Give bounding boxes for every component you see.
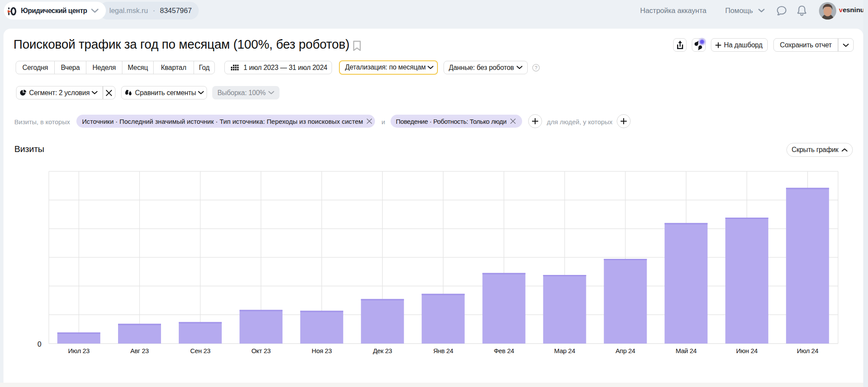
- svg-text:Сен 23: Сен 23: [190, 347, 210, 354]
- svg-text:Мар 24: Мар 24: [554, 347, 575, 354]
- svg-text:Дек 23: Дек 23: [373, 347, 392, 354]
- svg-text:Фев 24: Фев 24: [494, 347, 514, 354]
- svg-text:Июл 23: Июл 23: [68, 347, 90, 354]
- svg-text:Авг 23: Авг 23: [130, 347, 149, 354]
- svg-text:Апр 24: Апр 24: [615, 347, 635, 354]
- svg-text:Июн 24: Июн 24: [736, 347, 757, 354]
- svg-text:0: 0: [37, 340, 41, 348]
- svg-text:Янв 24: Янв 24: [433, 347, 453, 354]
- svg-text:Май 24: Май 24: [676, 347, 697, 354]
- svg-text:Окт 23: Окт 23: [251, 347, 270, 354]
- svg-text:Ноя 23: Ноя 23: [312, 347, 332, 354]
- svg-text:Июл 24: Июл 24: [797, 347, 819, 354]
